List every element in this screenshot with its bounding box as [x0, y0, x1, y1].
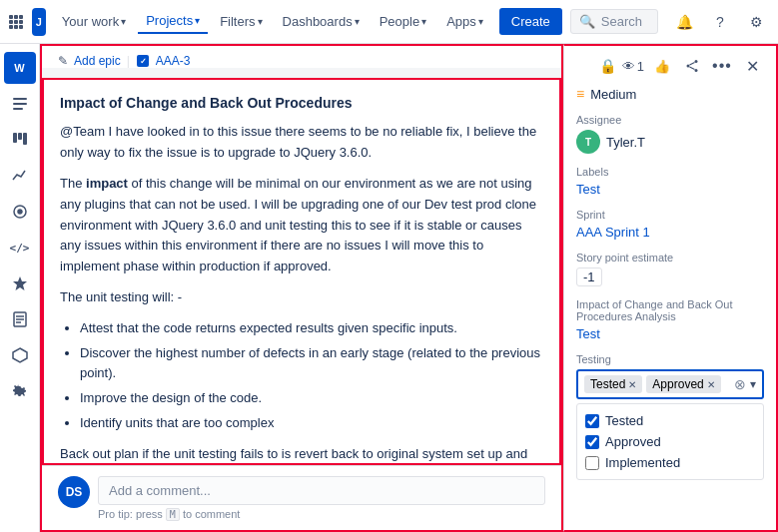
sidebar-settings-icon[interactable]	[4, 375, 36, 407]
share-icon[interactable]	[680, 54, 704, 78]
issue-right-panel: 🔒 👁 1 👍 ••• ✕ ≡ Medium Assignee	[563, 44, 778, 532]
clear-testing-icon[interactable]: ⊗	[734, 376, 746, 392]
testing-dropdown[interactable]: Tested ✕ Approved ✕ ⊗ ▾	[576, 369, 764, 399]
assignee-field: Assignee T Tyler.T	[576, 114, 764, 154]
sprint-value[interactable]: AAA Sprint 1	[576, 225, 650, 240]
comment-input-area: Add a comment... Pro tip: press M to com…	[98, 476, 545, 520]
chevron-icon: ▾	[421, 16, 426, 27]
reports-icon[interactable]	[4, 160, 36, 192]
custom-field-value[interactable]: Test	[576, 326, 600, 341]
board-icon[interactable]	[4, 124, 36, 156]
svg-rect-2	[19, 15, 23, 19]
testing-field: Testing Tested ✕ Approved ✕ ⊗ ▾ Tested	[576, 353, 764, 480]
checkbox-approved[interactable]: Approved	[585, 431, 755, 452]
checkbox-implemented-input[interactable]	[585, 456, 599, 470]
notifications-icon[interactable]: 🔔	[670, 8, 698, 36]
add-epic-link[interactable]: Add epic	[74, 54, 121, 68]
svg-point-26	[695, 69, 698, 72]
svg-rect-13	[18, 133, 22, 140]
chevron-icon: ▾	[478, 16, 483, 27]
nav-logo[interactable]: J	[32, 8, 46, 36]
checkbox-approved-input[interactable]	[585, 435, 599, 449]
chevron-icon: ▾	[121, 16, 126, 27]
testing-tag-approved: Approved ✕	[646, 375, 720, 393]
nav-your-work[interactable]: Your work ▾	[54, 10, 134, 33]
svg-rect-9	[13, 98, 27, 100]
settings-icon[interactable]: ⚙	[742, 8, 770, 36]
testing-label: Testing	[576, 353, 764, 365]
svg-marker-21	[13, 348, 27, 362]
issue-paragraph2: The impact of this change will be minima…	[60, 174, 543, 277]
checkbox-tested-label: Tested	[605, 413, 643, 428]
chevron-icon: ▾	[195, 15, 200, 26]
svg-rect-3	[9, 20, 13, 24]
testing-checkbox-list: Tested Approved Implemented	[576, 403, 764, 480]
nav-projects[interactable]: Projects ▾	[138, 9, 208, 34]
more-options-icon[interactable]: •••	[710, 54, 734, 78]
pencil-icon: ✎	[58, 54, 68, 68]
svg-text:✓: ✓	[139, 57, 146, 66]
code-icon[interactable]: </>	[4, 232, 36, 264]
breadcrumb: ✎ Add epic | ✓ AAA-3	[42, 46, 561, 68]
create-button[interactable]: Create	[499, 8, 562, 35]
svg-rect-8	[19, 25, 23, 29]
nav-filters[interactable]: Filters ▾	[212, 10, 270, 33]
project-icon[interactable]: W	[4, 52, 36, 84]
issue-type-icon: ✓	[136, 54, 150, 68]
search-input[interactable]: 🔍 Search	[570, 9, 658, 34]
list-item: Discover the highest number of defects i…	[80, 343, 543, 385]
checkbox-approved-label: Approved	[605, 434, 661, 449]
backlog-icon[interactable]	[4, 88, 36, 120]
svg-rect-5	[19, 20, 23, 24]
comment-section: DS Add a comment... Pro tip: press M to …	[42, 465, 561, 530]
remove-approved[interactable]: ✕	[707, 379, 715, 390]
search-icon: 🔍	[579, 14, 595, 29]
nav-dashboards[interactable]: Dashboards ▾	[275, 10, 368, 33]
grid-icon[interactable]	[8, 8, 24, 36]
left-sidebar: W </>	[0, 44, 40, 532]
list-item: Improve the design of the code.	[80, 388, 543, 409]
watchers-count[interactable]: 👁 1	[622, 59, 644, 74]
svg-line-27	[690, 63, 695, 66]
close-icon[interactable]: ✕	[740, 54, 764, 78]
thumbs-up-icon[interactable]: 👍	[650, 54, 674, 78]
svg-rect-11	[13, 108, 23, 110]
story-points-label: Story point estimate	[576, 252, 764, 264]
tip-key: M	[166, 508, 180, 521]
priority-label: Medium	[590, 87, 636, 102]
priority-icon: ≡	[576, 86, 584, 102]
sprint-field: Sprint AAA Sprint 1	[576, 209, 764, 240]
pages-icon[interactable]	[4, 303, 36, 335]
checkbox-tested[interactable]: Tested	[585, 410, 755, 431]
svg-rect-0	[9, 15, 13, 19]
bullet-list: Attest that the code returns expected re…	[60, 318, 543, 434]
testing-chevron-icon[interactable]: ▾	[750, 377, 756, 391]
assignee-name: Tyler.T	[606, 135, 645, 150]
svg-line-28	[690, 67, 695, 70]
comment-input[interactable]: Add a comment...	[98, 476, 545, 505]
priority-row: ≡ Medium	[576, 86, 764, 102]
help-icon[interactable]: ?	[706, 8, 734, 36]
issue-id-link[interactable]: AAA-3	[156, 54, 191, 68]
issues-icon[interactable]	[4, 196, 36, 228]
top-navigation: J Your work ▾ Projects ▾ Filters ▾ Dashb…	[0, 0, 778, 44]
checkbox-implemented[interactable]: Implemented	[585, 452, 755, 473]
checkbox-tested-input[interactable]	[585, 414, 599, 428]
nav-apps[interactable]: Apps ▾	[438, 10, 491, 33]
svg-rect-4	[14, 20, 18, 24]
components-icon[interactable]	[4, 339, 36, 371]
svg-rect-10	[13, 103, 27, 105]
nav-people[interactable]: People ▾	[372, 10, 434, 33]
list-item: Attest that the code returns expected re…	[80, 318, 543, 339]
unit-testing-intro: The unit testing will: -	[60, 287, 543, 308]
svg-rect-1	[14, 15, 18, 19]
story-points-value[interactable]: -1	[576, 267, 602, 286]
assignee-row[interactable]: T Tyler.T	[576, 130, 764, 154]
labels-value[interactable]: Test	[576, 182, 600, 197]
sprint-label: Sprint	[576, 209, 764, 221]
testing-tag-tested: Tested ✕	[584, 375, 642, 393]
lock-icon[interactable]: 🔒	[599, 58, 616, 74]
custom-field: Impact of Change and Back Out Procedures…	[576, 298, 764, 341]
releases-icon[interactable]	[4, 267, 36, 299]
remove-tested[interactable]: ✕	[628, 379, 636, 390]
